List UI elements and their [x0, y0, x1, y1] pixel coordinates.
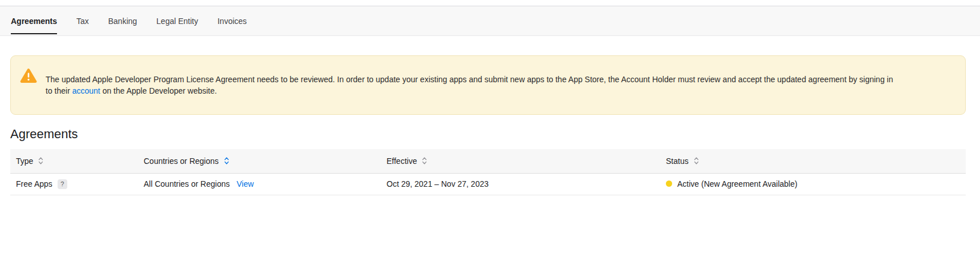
view-countries-link[interactable]: View	[237, 179, 254, 188]
notice-text-part2: on the Apple Developer website.	[100, 86, 217, 95]
tab-tax-label: Tax	[76, 17, 89, 26]
cell-type: Free Apps?	[10, 173, 138, 195]
sort-icon	[38, 156, 43, 165]
cell-countries: All Countries or RegionsView	[138, 173, 381, 195]
tab-agreements-label: Agreements	[11, 17, 57, 26]
table-header-row: Type Countries or Regions	[10, 149, 966, 173]
column-header-countries-label: Countries or Regions	[144, 156, 219, 166]
sort-icon	[694, 156, 699, 165]
agreement-type-label: Free Apps	[16, 179, 52, 188]
top-divider	[0, 0, 980, 6]
cell-effective: Oct 29, 2021 – Nov 27, 2023	[381, 173, 660, 195]
page-content: The updated Apple Developer Program Lice…	[10, 55, 966, 195]
status-dot-icon	[666, 180, 672, 187]
warning-triangle-icon	[20, 68, 37, 86]
help-icon[interactable]: ?	[58, 179, 67, 189]
column-header-type-label: Type	[16, 156, 33, 166]
account-link[interactable]: account	[72, 86, 100, 95]
column-header-effective[interactable]: Effective	[381, 149, 660, 173]
column-header-effective-label: Effective	[387, 156, 417, 166]
license-agreement-notice-banner: The updated Apple Developer Program Lice…	[10, 55, 966, 115]
tab-tax[interactable]: Tax	[76, 6, 89, 35]
page-title: Agreements	[10, 127, 966, 141]
tab-invoices[interactable]: Invoices	[217, 6, 246, 35]
tab-invoices-label: Invoices	[217, 17, 246, 26]
tab-agreements[interactable]: Agreements	[11, 6, 57, 35]
account-section-tabbar: Agreements Tax Banking Legal Entity Invo…	[0, 6, 980, 36]
effective-dates-label: Oct 29, 2021 – Nov 27, 2023	[387, 179, 489, 188]
status-label: Active (New Agreement Available)	[677, 179, 798, 188]
cell-status: Active (New Agreement Available)	[660, 173, 966, 195]
agreements-table: Type Countries or Regions	[10, 149, 966, 195]
countries-label: All Countries or Regions	[144, 179, 230, 188]
column-header-countries[interactable]: Countries or Regions	[138, 149, 381, 173]
tab-banking-label: Banking	[108, 17, 137, 26]
column-header-status[interactable]: Status	[660, 149, 966, 173]
tab-banking[interactable]: Banking	[108, 6, 137, 35]
sort-icon-active	[224, 156, 229, 165]
tab-legal-entity-label: Legal Entity	[156, 17, 198, 26]
tab-legal-entity[interactable]: Legal Entity	[156, 6, 198, 35]
column-header-status-label: Status	[666, 156, 689, 166]
column-header-type[interactable]: Type	[10, 149, 138, 173]
notice-text: The updated Apple Developer Program Lice…	[46, 74, 895, 97]
table-row: Free Apps? All Countries or RegionsView …	[10, 173, 966, 195]
sort-icon	[422, 156, 427, 165]
